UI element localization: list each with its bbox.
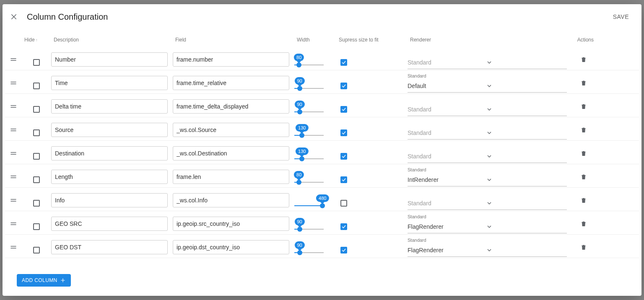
suppress-checkbox[interactable]: [340, 176, 347, 183]
col-field[interactable]: Field: [173, 37, 294, 43]
renderer-select[interactable]: FlagRenderer: [408, 244, 567, 257]
width-slider[interactable]: 80: [294, 171, 336, 183]
chevron-down-icon: [487, 153, 567, 160]
table-row: 90Standard: [5, 94, 639, 117]
field-input[interactable]: [173, 240, 289, 254]
field-input[interactable]: [173, 170, 289, 184]
drag-handle-icon[interactable]: [5, 126, 22, 134]
description-input[interactable]: [51, 99, 168, 114]
suppress-checkbox[interactable]: [340, 129, 347, 136]
hide-checkbox[interactable]: [33, 223, 40, 230]
table-row: 130Standard: [5, 117, 639, 141]
description-input[interactable]: [51, 146, 168, 160]
hide-checkbox[interactable]: [33, 247, 40, 253]
close-icon[interactable]: [10, 13, 18, 21]
width-slider[interactable]: 90: [294, 101, 336, 112]
suppress-checkbox[interactable]: [340, 153, 347, 160]
field-input[interactable]: [173, 123, 289, 137]
width-slider[interactable]: 90: [294, 241, 336, 253]
suppress-checkbox[interactable]: [340, 200, 347, 207]
modal-footer: ADD COLUMN: [3, 265, 641, 296]
field-input[interactable]: [173, 217, 289, 231]
renderer-value: Standard: [408, 59, 487, 66]
drag-handle-icon[interactable]: [5, 173, 22, 181]
delete-icon[interactable]: [580, 56, 587, 63]
hide-checkbox[interactable]: [33, 59, 40, 66]
delete-icon[interactable]: [580, 197, 587, 204]
drag-handle-icon[interactable]: [5, 243, 22, 251]
suppress-checkbox[interactable]: [340, 59, 347, 66]
drag-handle-icon[interactable]: [5, 220, 22, 228]
drag-handle-icon[interactable]: [5, 56, 22, 63]
renderer-value: Standard: [408, 200, 487, 207]
table-row: 480Standard: [5, 188, 639, 211]
delete-icon[interactable]: [580, 103, 587, 110]
delete-icon[interactable]: [580, 126, 587, 134]
renderer-label: [408, 120, 567, 126]
delete-icon[interactable]: [580, 220, 587, 228]
drag-handle-icon[interactable]: [5, 197, 22, 204]
suppress-checkbox[interactable]: [340, 106, 347, 113]
description-input[interactable]: [51, 170, 168, 184]
renderer-label: [408, 97, 567, 103]
col-actions: Actions: [571, 37, 596, 43]
add-column-button[interactable]: ADD COLUMN: [17, 274, 71, 287]
delete-icon[interactable]: [580, 243, 587, 251]
field-input[interactable]: [173, 193, 289, 207]
hide-checkbox[interactable]: [33, 200, 40, 207]
width-slider[interactable]: 480: [294, 194, 336, 206]
description-input[interactable]: [51, 217, 168, 231]
field-input[interactable]: [173, 52, 289, 67]
hide-checkbox[interactable]: [33, 129, 40, 136]
col-description[interactable]: Description: [51, 37, 173, 43]
description-input[interactable]: [51, 193, 168, 207]
description-input[interactable]: [51, 240, 168, 254]
delete-icon[interactable]: [580, 173, 587, 181]
delete-icon[interactable]: [580, 79, 587, 87]
renderer-select[interactable]: Standard: [408, 197, 567, 210]
col-hide[interactable]: Hide↑: [22, 37, 51, 43]
chevron-down-icon: [487, 176, 567, 183]
save-button[interactable]: SAVE: [608, 10, 634, 23]
drag-handle-icon[interactable]: [5, 103, 22, 110]
description-input[interactable]: [51, 123, 168, 137]
renderer-select[interactable]: FlagRenderer: [408, 221, 567, 233]
delete-icon[interactable]: [580, 150, 587, 157]
hide-checkbox[interactable]: [33, 176, 40, 183]
field-input[interactable]: [173, 146, 289, 160]
drag-handle-icon[interactable]: [5, 79, 22, 87]
suppress-checkbox[interactable]: [340, 223, 347, 230]
renderer-select[interactable]: Default: [408, 80, 567, 93]
suppress-checkbox[interactable]: [340, 247, 347, 253]
renderer-value: Default: [408, 83, 487, 89]
field-input[interactable]: [173, 76, 289, 90]
width-slider[interactable]: 130: [294, 124, 336, 136]
width-slider[interactable]: 90: [294, 218, 336, 230]
col-suppress[interactable]: Supress size to fit: [336, 37, 408, 43]
renderer-select[interactable]: Standard: [408, 127, 567, 140]
renderer-select[interactable]: Standard: [408, 150, 567, 163]
hide-checkbox[interactable]: [33, 106, 40, 113]
chevron-down-icon: [487, 223, 567, 230]
drag-handle-icon[interactable]: [5, 150, 22, 157]
renderer-select[interactable]: Standard: [408, 57, 567, 69]
col-width[interactable]: Width: [294, 37, 336, 43]
chevron-down-icon: [487, 129, 567, 136]
renderer-select[interactable]: Standard: [408, 103, 567, 116]
sort-arrow-icon: ↑: [36, 38, 38, 42]
renderer-select[interactable]: IntRenderer: [408, 174, 567, 186]
width-slider[interactable]: 80: [294, 54, 336, 65]
renderer-label: [408, 144, 567, 150]
col-renderer[interactable]: Renderer: [408, 37, 571, 43]
description-input[interactable]: [51, 76, 168, 90]
field-input[interactable]: [173, 99, 289, 114]
chevron-down-icon: [487, 200, 567, 207]
table-row: 90StandardDefault: [5, 70, 639, 94]
columns-table: Hide↑ Description Field Width Supress si…: [3, 29, 641, 265]
hide-checkbox[interactable]: [33, 153, 40, 160]
width-slider[interactable]: 90: [294, 77, 336, 89]
hide-checkbox[interactable]: [33, 83, 40, 89]
description-input[interactable]: [51, 52, 168, 67]
suppress-checkbox[interactable]: [340, 83, 347, 89]
width-slider[interactable]: 130: [294, 147, 336, 159]
